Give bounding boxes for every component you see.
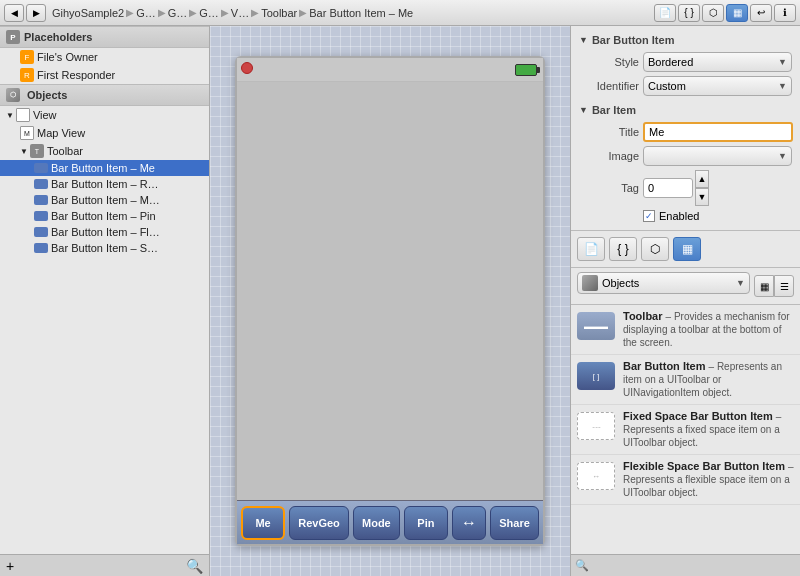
breadcrumb-item[interactable]: G… — [168, 7, 188, 19]
table-tab-icon[interactable]: ▦ — [673, 237, 701, 261]
list-item[interactable]: ↔ Flexible Space Bar Button Item – Repre… — [571, 455, 800, 505]
breadcrumb-item[interactable]: G… — [136, 7, 156, 19]
bar-button-fl-item[interactable]: Bar Button Item – Fl… — [0, 224, 209, 240]
identifier-select[interactable]: Custom ▼ — [643, 76, 792, 96]
view-icon — [16, 108, 30, 122]
chevron-down-icon: ▼ — [778, 57, 787, 67]
map-view-label: Map View — [37, 127, 85, 139]
bar-button-m-item[interactable]: Bar Button Item – M… — [0, 192, 209, 208]
inspector-panel: Bar Button Item Style Bordered ▼ Identif… — [571, 26, 800, 231]
file-tab-icon[interactable]: 📄 — [577, 237, 605, 261]
breadcrumb-item[interactable]: V… — [231, 7, 249, 19]
title-label: Title — [579, 126, 639, 138]
breadcrumb: GihyoSample2 ▶ G… ▶ G… ▶ G… ▶ V… ▶ Toolb… — [52, 7, 413, 19]
bar-button-pin-item[interactable]: Bar Button Item – Pin — [0, 208, 209, 224]
objects-toolbar: Objects ▼ ▦ ☰ — [571, 268, 800, 305]
arrow-icon[interactable]: ↩ — [750, 4, 772, 22]
objects-dropdown[interactable]: Objects ▼ — [577, 272, 750, 294]
toolbar-btn-arrow[interactable]: ↔ — [452, 506, 486, 540]
placeholders-icon: P — [6, 30, 20, 44]
toolbar-btn-pin[interactable]: Pin — [404, 506, 448, 540]
bar-item-section-title: Bar Item — [579, 104, 792, 116]
tag-input[interactable] — [643, 178, 693, 198]
expand-triangle: ▼ — [6, 111, 14, 120]
bar-button-pin-label: Bar Button Item – Pin — [51, 210, 156, 222]
phone-close-button[interactable] — [241, 62, 253, 74]
enabled-row: ✓ Enabled — [643, 210, 792, 222]
chevron-down-icon: ▼ — [778, 81, 787, 91]
table-tab-icon[interactable]: ▦ — [726, 4, 748, 22]
view-item[interactable]: ▼ View — [0, 106, 209, 124]
list-item[interactable]: - - - Fixed Space Bar Button Item – Repr… — [571, 405, 800, 455]
objects-left: Objects — [582, 275, 639, 291]
list-item[interactable]: ▬▬▬ Toolbar – Provides a mechanism for d… — [571, 305, 800, 355]
phone-simulator: Me RevGeo Mode Pin ↔ Share — [235, 56, 545, 546]
list-item[interactable]: [ ] Bar Button Item – Represents an item… — [571, 355, 800, 405]
image-select[interactable]: ▼ — [643, 146, 792, 166]
chevron-down-icon: ▼ — [736, 278, 745, 288]
toolbar-item-title: Toolbar — [623, 310, 663, 322]
fixed-space-item-title: Fixed Space Bar Button Item — [623, 410, 773, 422]
flex-space-item-text: Flexible Space Bar Button Item – Represe… — [623, 460, 794, 499]
enabled-checkbox[interactable]: ✓ — [643, 210, 655, 222]
nav-back-button[interactable]: ◀ — [4, 4, 24, 22]
flex-space-item-title: Flexible Space Bar Button Item — [623, 460, 785, 472]
phone-toolbar: Me RevGeo Mode Pin ↔ Share — [237, 500, 543, 544]
objects-cube-icon: ⬡ — [6, 88, 20, 102]
first-responder-label: First Responder — [37, 69, 115, 81]
first-responder-item[interactable]: R First Responder — [0, 66, 209, 84]
bar-button-s-label: Bar Button Item – S… — [51, 242, 158, 254]
bar-button-fl-label: Bar Button Item – Fl… — [51, 226, 160, 238]
identifier-row: Identifier Custom ▼ — [579, 76, 792, 96]
add-button[interactable]: + — [6, 558, 14, 574]
phone-status-bar — [237, 58, 543, 82]
map-view-item[interactable]: M Map View — [0, 124, 209, 142]
bar-button-me-item[interactable]: Bar Button Item – Me — [0, 160, 209, 176]
toolbar-item-text: Toolbar – Provides a mechanism for displ… — [623, 310, 794, 349]
toolbar-btn-share[interactable]: Share — [490, 506, 539, 540]
view-toggle: ▦ ☰ — [754, 275, 794, 297]
breadcrumb-sep: ▶ — [251, 7, 259, 18]
title-input[interactable] — [643, 122, 793, 142]
doc-tab-icon[interactable]: 📄 — [654, 4, 676, 22]
tag-label: Tag — [579, 182, 639, 194]
top-bar: ◀ ▶ GihyoSample2 ▶ G… ▶ G… ▶ G… ▶ V… ▶ T… — [0, 0, 800, 26]
style-row: Style Bordered ▼ — [579, 52, 792, 72]
cube-tab-icon[interactable]: ⬡ — [702, 4, 724, 22]
nav-forward-button[interactable]: ▶ — [26, 4, 46, 22]
bar-button-r-item[interactable]: Bar Button Item – R… — [0, 176, 209, 192]
placeholders-header: P Placeholders — [0, 26, 209, 48]
search-icon: 🔍 — [575, 559, 589, 572]
files-owner-icon: F — [20, 50, 34, 64]
info-icon[interactable]: ℹ — [774, 4, 796, 22]
toolbar-btn-revgeo[interactable]: RevGeo — [289, 506, 349, 540]
breadcrumb-sep: ▶ — [158, 7, 166, 18]
toolbar-btn-me[interactable]: Me — [241, 506, 285, 540]
breadcrumb-item[interactable]: Bar Button Item – Me — [309, 7, 413, 19]
breadcrumb-item[interactable]: Toolbar — [261, 7, 297, 19]
breadcrumb-item[interactable]: GihyoSample2 — [52, 7, 124, 19]
toolbar-item[interactable]: ▼ T Toolbar — [0, 142, 209, 160]
chevron-down-icon: ▼ — [778, 151, 787, 161]
bar-button-icon — [34, 243, 48, 253]
style-select[interactable]: Bordered ▼ — [643, 52, 792, 72]
info-button[interactable]: 🔍 — [186, 558, 203, 574]
tag-row: Tag ▲ ▼ — [579, 170, 792, 206]
code-tab-icon[interactable]: { } — [678, 4, 700, 22]
list-view-button[interactable]: ☰ — [774, 275, 794, 297]
tag-decrement-button[interactable]: ▼ — [695, 188, 709, 206]
toolbar-icon: T — [30, 144, 44, 158]
breadcrumb-item[interactable]: G… — [199, 7, 219, 19]
grid-view-button[interactable]: ▦ — [754, 275, 774, 297]
map-view-icon: M — [20, 126, 34, 140]
identifier-label: Identifier — [579, 80, 639, 92]
code-tab-icon[interactable]: { } — [609, 237, 637, 261]
right-bottom-bar: 🔍 — [571, 554, 800, 576]
files-owner-item[interactable]: F File's Owner — [0, 48, 209, 66]
tag-increment-button[interactable]: ▲ — [695, 170, 709, 188]
toolbar-btn-mode[interactable]: Mode — [353, 506, 400, 540]
bar-button-icon — [34, 211, 48, 221]
title-row: Title — [579, 122, 792, 142]
cube-tab-icon[interactable]: ⬡ — [641, 237, 669, 261]
bar-button-s-item[interactable]: Bar Button Item – S… — [0, 240, 209, 256]
